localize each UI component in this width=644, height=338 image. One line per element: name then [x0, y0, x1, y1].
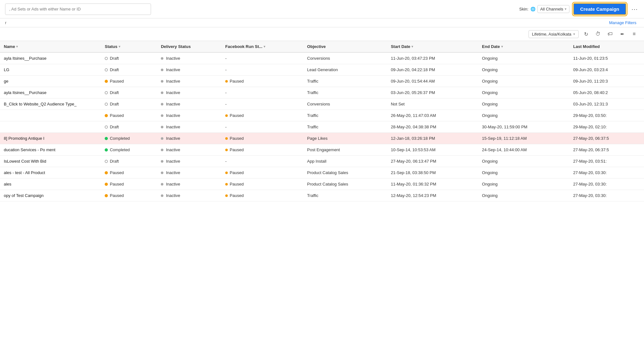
tag-icon-button[interactable]: 🏷 [605, 29, 615, 39]
table-row[interactable]: LGDraftInactive-Lead Generation09-Jun-20… [0, 64, 644, 76]
clock-icon-button[interactable]: ⏱ [593, 29, 603, 39]
refresh-button[interactable]: ↻ [581, 29, 591, 39]
table-row[interactable]: IsLowest Cost With BidDraftInactive-App … [0, 156, 644, 167]
columns-icon-button[interactable]: ≡ [629, 29, 639, 39]
cell-name: ales - test - All Product [0, 167, 101, 179]
cell-last-modified: 03-Jun-20, 12:31:3 [569, 98, 644, 110]
cell-name: IsLowest Cost With Bid [0, 156, 101, 167]
cell-delivery: Inactive [157, 144, 221, 156]
cell-objective: Traffic [303, 110, 387, 121]
table-row[interactable]: ayla Itsines__PurchaseDraftInactive-Conv… [0, 52, 644, 64]
col-start-date[interactable]: Start Date ▾ [387, 41, 478, 52]
cell-objective: Traffic [303, 87, 387, 98]
manage-filters-link[interactable]: Manage Filters [609, 20, 636, 25]
cell-status: Draft [101, 64, 157, 76]
channel-dropdown[interactable]: All Channels ▾ [537, 5, 569, 13]
col-status[interactable]: Status ▾ [101, 41, 157, 52]
more-options-button[interactable]: ⋯ [630, 4, 639, 14]
chevron-down-icon: ▾ [573, 32, 575, 36]
cell-status: Completed [101, 144, 157, 156]
cell-status: Paused [101, 76, 157, 87]
table-row[interactable]: 8] Promoting Antique ICompletedInactiveP… [0, 133, 644, 144]
cell-fb-status: - [221, 52, 303, 64]
cell-fb-status: - [221, 156, 303, 167]
cell-last-modified: 27-May-20, 06:37:5 [569, 133, 644, 144]
cell-last-modified: 29-May-20, 02:10: [569, 121, 644, 133]
cell-name: opy of Test Campaign [0, 190, 101, 201]
create-campaign-button[interactable]: Create Campaign [573, 3, 626, 15]
cell-delivery: Inactive [157, 87, 221, 98]
cell-start-date: Not Set [387, 98, 478, 110]
cell-name: ayla Itsines__Purchase [0, 52, 101, 64]
cell-end-date: Ongoing [478, 87, 569, 98]
cell-name: ayla Itsines__Purchase [0, 87, 101, 98]
table-row[interactable]: PausedInactivePausedTraffic26-May-20, 11… [0, 110, 644, 121]
cell-last-modified: 27-May-20, 03:30: [569, 167, 644, 179]
cell-start-date: 21-Sep-18, 03:38:50 PM [387, 167, 478, 179]
cell-fb-status: Paused [221, 76, 303, 87]
col-last-modified: Last Modified [569, 41, 644, 52]
cell-last-modified: 29-May-20, 03:50: [569, 110, 644, 121]
cell-start-date: 10-Sep-14, 10:53:53 AM [387, 144, 478, 156]
cell-objective: Page Likes [303, 133, 387, 144]
cell-start-date: 11-May-20, 01:36:32 PM [387, 179, 478, 190]
globe-icon: 🌐 [530, 7, 536, 11]
cell-objective: Post Engagement [303, 144, 387, 156]
cell-objective: Traffic [303, 121, 387, 133]
cell-end-date: Ongoing [478, 64, 569, 76]
cell-last-modified: 09-Jun-20, 03:23:4 [569, 64, 644, 76]
table-row[interactable]: alesPausedInactivePausedProduct Catalog … [0, 179, 644, 190]
cell-start-date: 27-May-20, 06:13:47 PM [387, 156, 478, 167]
cell-objective: Traffic [303, 76, 387, 87]
table-row[interactable]: ales - test - All ProductPausedInactiveP… [0, 167, 644, 179]
channel-label: All Channels [540, 7, 563, 11]
search-input[interactable] [5, 3, 151, 15]
cell-fb-status: - [221, 64, 303, 76]
cell-fb-status: Paused [221, 144, 303, 156]
cell-end-date: 15-Sep-19, 11:12:18 AM [478, 133, 569, 144]
col-delivery: Delivery Status [157, 41, 221, 52]
cell-delivery: Inactive [157, 156, 221, 167]
cell-end-date: Ongoing [478, 52, 569, 64]
table-row[interactable]: ducation Services - Po mentCompletedInac… [0, 144, 644, 156]
cell-fb-status: Paused [221, 133, 303, 144]
cell-name: ales [0, 179, 101, 190]
second-bar: r Manage Filters [0, 18, 644, 27]
cell-status: Draft [101, 98, 157, 110]
table-row[interactable]: gePausedInactivePausedTraffic09-Jun-20, … [0, 76, 644, 87]
cell-delivery: Inactive [157, 121, 221, 133]
cell-objective: Traffic [303, 190, 387, 201]
cell-fb-status: Paused [221, 179, 303, 190]
table-row[interactable]: ayla Itsines__PurchaseDraftInactive-Traf… [0, 87, 644, 98]
cell-end-date: 24-Sep-14, 10:44:00 AM [478, 144, 569, 156]
cell-fb-status: Paused [221, 190, 303, 201]
cell-fb-status: Paused [221, 110, 303, 121]
cell-objective: App Install [303, 156, 387, 167]
col-name[interactable]: Name ▾ [0, 41, 101, 52]
table-row[interactable]: opy of Test CampaignPausedInactivePaused… [0, 190, 644, 201]
date-range-selector[interactable]: Lifetime, Asia/Kolkata ▾ [529, 30, 579, 38]
table-row[interactable]: B_Click to Website_Q2 Audience Type_Draf… [0, 98, 644, 110]
table-row[interactable]: DraftInactive-Traffic28-May-20, 04:38:38… [0, 121, 644, 133]
cell-objective: Product Catalog Sales [303, 179, 387, 190]
col-objective: Objective [303, 41, 387, 52]
filter-label: r [5, 20, 6, 25]
sort-icon-start: ▾ [411, 45, 413, 48]
col-fb-status[interactable]: Facebook Run St... ▾ [221, 41, 303, 52]
cell-name: 8] Promoting Antique I [0, 133, 101, 144]
cell-end-date: Ongoing [478, 76, 569, 87]
top-bar: Skin: 🌐 All Channels ▾ Create Campaign ⋯ [0, 0, 644, 18]
cell-fb-status: - [221, 87, 303, 98]
search-section [5, 3, 151, 15]
cell-delivery: Inactive [157, 110, 221, 121]
cell-status: Paused [101, 167, 157, 179]
cell-start-date: 26-May-20, 11:47:03 AM [387, 110, 478, 121]
third-bar: Lifetime, Asia/Kolkata ▾ ↻ ⏱ 🏷 ✒ ≡ [0, 27, 644, 41]
cell-end-date: 30-May-20, 11:59:00 PM [478, 121, 569, 133]
cell-delivery: Inactive [157, 64, 221, 76]
settings-icon-button[interactable]: ✒ [617, 29, 627, 39]
cell-fb-status: - [221, 98, 303, 110]
cell-last-modified: 27-May-20, 03:30: [569, 179, 644, 190]
cell-status: Draft [101, 121, 157, 133]
col-end-date[interactable]: End Date ▾ [478, 41, 569, 52]
